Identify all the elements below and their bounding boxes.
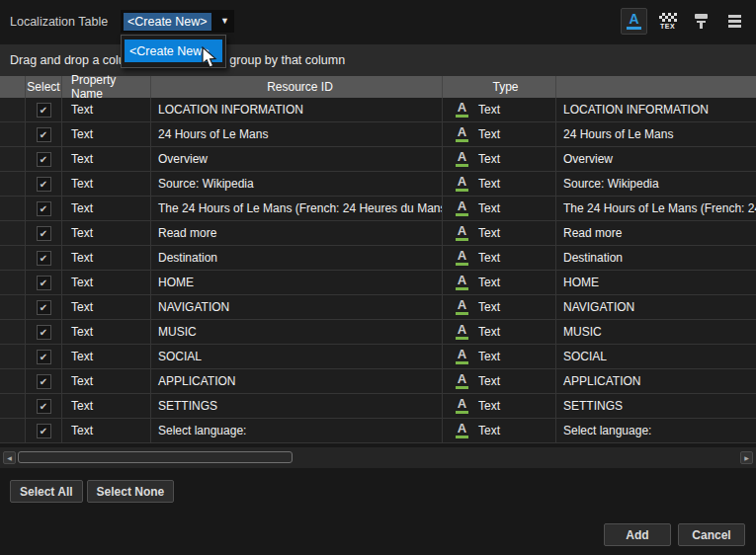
row-checkbox[interactable]: ✔ [37,350,51,364]
row-select-cell: ✔ [26,246,62,270]
text-type-icon: A [456,176,468,192]
select-all-button[interactable]: Select All [10,480,83,503]
scrollbar-thumb[interactable] [18,451,293,463]
resource-id-cell: Source: Wikipedia [151,172,443,196]
table-row[interactable]: ✔ Text MUSIC A Text MUSIC [0,320,756,345]
row-checkbox[interactable]: ✔ [37,374,51,389]
type-label: Text [478,127,500,141]
localize-text-button[interactable]: A [621,8,647,35]
text-type-icon: A [456,225,468,241]
table-row[interactable]: ✔ Text APPLICATION A Text APPLICATION [0,369,756,394]
header-property-name[interactable]: Property Name [62,76,151,98]
text-type-icon: A [456,299,468,315]
header-resource-id[interactable]: Resource ID [151,76,443,98]
row-checkbox[interactable]: ✔ [37,226,51,241]
filter-button[interactable] [688,8,714,35]
table-row[interactable]: ✔ Text SOCIAL A Text SOCIAL [0,345,756,369]
property-name-cell: Text [62,221,151,245]
row-checkbox[interactable]: ✔ [37,276,51,290]
row-checkbox[interactable]: ✔ [37,399,51,414]
table-row[interactable]: ✔ Text NAVIGATION A Text NAVIGATION [0,295,756,320]
type-label: Text [478,399,500,413]
value-cell: Overview [556,147,756,171]
resource-id-cell: 24 Hours of Le Mans [151,122,443,146]
type-cell: A Text [443,320,556,344]
row-checkbox[interactable]: ✔ [37,103,51,118]
property-name-cell: Text [62,295,151,319]
horizontal-scrollbar[interactable]: ◀ ▶ [0,447,756,468]
row-select-cell: ✔ [26,345,62,368]
resource-id-cell: NAVIGATION [151,295,443,319]
select-none-button[interactable]: Select None [87,480,175,503]
table-row[interactable]: ✔ Text The 24 Hours of Le Mans (French: … [0,197,756,221]
row-gutter [0,172,26,196]
value-cell: SOCIAL [556,345,756,368]
scroll-left-button[interactable]: ◀ [3,451,16,464]
resource-id-cell: The 24 Hours of Le Mans (French: 24 Heur… [151,197,443,220]
resource-id-cell: HOME [151,271,443,294]
table-row[interactable]: ✔ Text Select language: A Text Select la… [0,419,756,443]
header-select[interactable]: Select [26,76,62,98]
texture-tex-label: TEX [660,23,675,30]
hamburger-menu-icon [728,15,741,18]
table-row[interactable]: ✔ Text Read more A Text Read more [0,221,756,246]
type-label: Text [478,350,500,363]
type-cell: A Text [443,369,556,393]
cancel-button[interactable]: Cancel [678,523,745,546]
property-name-cell: Text [62,320,151,344]
row-gutter [0,197,26,220]
check-icon: ✔ [40,202,47,215]
value-cell: Read more [556,221,756,245]
header-value[interactable] [556,76,756,98]
table-row[interactable]: ✔ Text LOCATION INFORMATION A Text LOCAT… [0,98,756,122]
table-row[interactable]: ✔ Text 24 Hours of Le Mans A Text 24 Hou… [0,122,756,147]
localization-table-dialog: Localization Table <Create New> ▼ A TEX [0,0,756,555]
localize-texture-button[interactable]: TEX [654,8,681,35]
row-select-cell: ✔ [26,394,62,418]
table-row[interactable]: ✔ Text Overview A Text Overview [0,147,756,172]
row-gutter [0,369,26,393]
toolbar-icon-group: A TEX [621,8,748,35]
header-gutter [0,76,26,98]
row-select-cell: ✔ [26,369,62,393]
texture-checker-icon [659,13,677,22]
resource-id-cell: Overview [151,147,443,171]
row-checkbox[interactable]: ✔ [37,300,51,315]
menu-button[interactable] [721,8,748,35]
property-name-cell: Text [62,172,151,196]
value-cell: LOCATION INFORMATION [556,98,756,121]
text-type-icon: A [456,398,468,414]
row-checkbox[interactable]: ✔ [37,424,51,438]
property-name-cell: Text [62,197,151,220]
check-icon: ✔ [40,128,47,141]
table-row[interactable]: ✔ Text SETTINGS A Text SETTINGS [0,394,756,419]
resource-id-cell: APPLICATION [151,369,443,393]
add-button[interactable]: Add [604,523,671,546]
resource-id-cell: SETTINGS [151,394,443,418]
check-icon: ✔ [40,400,47,413]
table-row[interactable]: ✔ Text Source: Wikipedia A Text Source: … [0,172,756,197]
property-name-cell: Text [62,246,151,270]
row-checkbox[interactable]: ✔ [37,127,51,142]
table-row[interactable]: ✔ Text Destination A Text Destination [0,246,756,271]
scroll-right-button[interactable]: ▶ [740,451,753,464]
type-cell: A Text [443,345,556,368]
type-cell: A Text [443,147,556,171]
scroll-right-icon: ▶ [744,454,749,461]
row-checkbox[interactable]: ✔ [37,325,51,340]
value-cell: NAVIGATION [556,295,756,319]
row-checkbox[interactable]: ✔ [37,201,51,216]
value-cell: APPLICATION [556,369,756,393]
value-cell: Select language: [556,419,756,442]
type-label: Text [478,226,500,240]
localization-table-select[interactable]: <Create New> ▼ [121,10,234,33]
row-checkbox[interactable]: ✔ [37,152,51,167]
type-label: Text [478,251,500,265]
row-checkbox[interactable]: ✔ [37,251,51,266]
group-by-hint: Drag and drop a column header here to gr… [0,44,756,76]
header-type[interactable]: Type [443,76,556,98]
table-row[interactable]: ✔ Text HOME A Text HOME [0,271,756,295]
row-select-cell: ✔ [26,419,62,442]
text-type-icon: A [456,275,468,290]
row-checkbox[interactable]: ✔ [37,177,51,192]
